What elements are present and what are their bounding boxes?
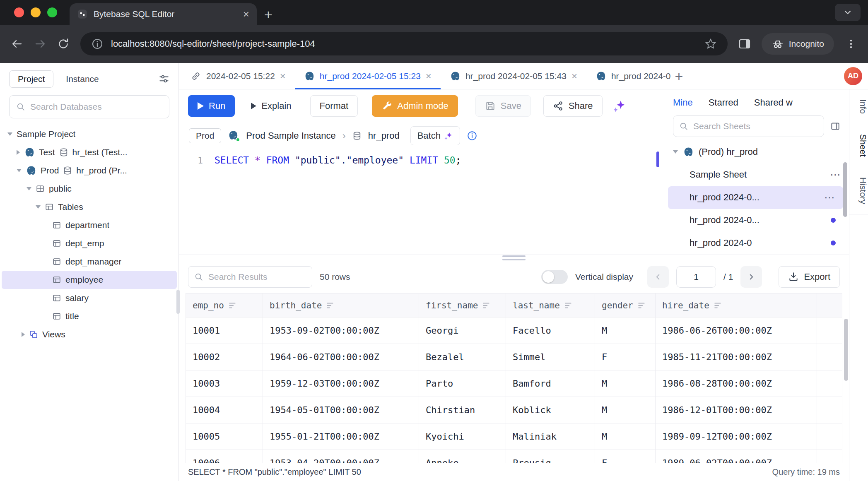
sheets-search[interactable] xyxy=(673,115,824,137)
column-header[interactable]: hire_date xyxy=(656,293,817,317)
tree-item-prod-db[interactable]: Prod hr_prod (Pr... xyxy=(0,161,178,180)
reload-icon[interactable] xyxy=(57,38,70,50)
sheet-item-selected[interactable]: hr_prod 2024-0... ⋯ xyxy=(668,186,843,209)
tree-item-table-dept-emp[interactable]: dept_emp xyxy=(0,234,178,253)
sheet-item-sample[interactable]: Sample Sheet ⋯ xyxy=(662,164,849,186)
tree-item-table-dept-manager[interactable]: dept_manager xyxy=(0,253,178,271)
sheet-tab-adhoc[interactable]: 2024-02-05 15:22 × xyxy=(181,63,295,89)
horizontal-splitter[interactable] xyxy=(179,255,849,261)
editor-scrollbar-thumb[interactable] xyxy=(656,152,659,167)
sheet-group-prod-hr-prod[interactable]: (Prod) hr_prod xyxy=(662,141,849,164)
results-search-input[interactable] xyxy=(208,272,306,282)
run-button[interactable]: Run xyxy=(188,95,235,117)
environment-chip[interactable]: Prod xyxy=(189,128,221,143)
admin-mode-button[interactable]: Admin mode xyxy=(372,95,458,117)
close-window-button[interactable] xyxy=(14,7,24,17)
explain-button[interactable]: Explain xyxy=(241,95,301,117)
caret-right-icon[interactable] xyxy=(22,332,25,337)
tree-item-tables-group[interactable]: Tables xyxy=(0,198,178,216)
more-actions-icon[interactable]: ⋯ xyxy=(830,168,841,181)
results-search[interactable] xyxy=(188,266,312,288)
tree-item-table-employee[interactable]: employee xyxy=(2,271,177,289)
prev-page-button[interactable] xyxy=(647,266,669,288)
new-tab-button[interactable]: + xyxy=(264,7,272,22)
batch-button[interactable]: Batch xyxy=(410,126,460,145)
sheets-scrollbar-thumb[interactable] xyxy=(843,162,847,217)
database-search-input[interactable] xyxy=(30,102,162,112)
ai-sparkle-icon[interactable] xyxy=(612,99,627,113)
column-header[interactable]: last_name xyxy=(506,293,595,317)
back-icon[interactable] xyxy=(11,38,23,50)
vertical-display-toggle[interactable] xyxy=(541,270,568,284)
results-scrollbar-thumb[interactable] xyxy=(844,319,848,381)
user-avatar[interactable]: AD xyxy=(844,67,862,85)
table-row[interactable]: 100041954-05-01T00:00:00ZChirstianKoblic… xyxy=(186,397,842,423)
browser-menu-icon[interactable] xyxy=(845,38,857,50)
column-header[interactable]: emp_no xyxy=(186,293,263,317)
tree-item-test-db[interactable]: Test hr_test (Test... xyxy=(0,143,178,161)
sidebar-resize-handle[interactable] xyxy=(176,290,180,314)
column-header[interactable]: birth_date xyxy=(263,293,419,317)
tree-item-table-salary[interactable]: salary xyxy=(0,289,178,307)
new-sheet-button[interactable]: + xyxy=(675,69,683,83)
tree-item-table-title[interactable]: title xyxy=(0,307,178,325)
tree-item-views-group[interactable]: Views xyxy=(0,325,178,344)
sheet-item[interactable]: hr_prod 2024-0... xyxy=(662,209,849,232)
share-button[interactable]: Share xyxy=(543,95,603,117)
tab-info[interactable]: Info xyxy=(849,89,868,124)
tree-item-schema-public[interactable]: public xyxy=(0,180,178,198)
tab-search-chevron[interactable] xyxy=(835,4,861,21)
tab-instance[interactable]: Instance xyxy=(66,74,99,84)
format-button[interactable]: Format xyxy=(310,95,358,117)
tab-starred[interactable]: Starred xyxy=(709,97,738,108)
tab-shared[interactable]: Shared w xyxy=(754,97,793,108)
caret-right-icon[interactable] xyxy=(17,150,20,155)
caret-down-icon[interactable] xyxy=(673,150,678,154)
table-row[interactable]: 100061953-04-20T00:00:00ZAnnekePreusigF1… xyxy=(186,450,842,463)
column-header[interactable]: gender xyxy=(595,293,656,317)
tree-item-table-department[interactable]: department xyxy=(0,216,178,234)
caret-down-icon[interactable] xyxy=(7,132,12,136)
next-page-button[interactable] xyxy=(740,266,762,288)
tree-item-project[interactable]: Sample Project xyxy=(0,125,178,143)
sheet-tab[interactable]: hr_prod 2024-02-05 15:43 × xyxy=(441,63,586,89)
browser-tab[interactable]: Bytebase SQL Editor × xyxy=(70,3,257,25)
table-row[interactable]: 100031959-12-03T00:00:00ZPartoBamfordM19… xyxy=(186,370,842,397)
more-actions-icon[interactable]: ⋯ xyxy=(824,191,836,204)
collapse-panel-icon[interactable] xyxy=(830,121,841,132)
close-icon[interactable]: × xyxy=(426,70,432,82)
table-row[interactable]: 100011953-09-02T00:00:00ZGeorgiFacelloM1… xyxy=(186,317,842,344)
forward-icon[interactable] xyxy=(34,38,46,50)
column-header[interactable]: first_name xyxy=(419,293,506,317)
sql-editor[interactable]: 1 SELECT * FROM "public"."employee" LIMI… xyxy=(179,149,662,255)
save-button[interactable]: Save xyxy=(475,95,531,117)
site-info-icon[interactable] xyxy=(91,38,104,50)
close-icon[interactable]: × xyxy=(280,70,286,82)
sheets-search-input[interactable] xyxy=(693,121,818,131)
minimize-window-button[interactable] xyxy=(31,7,41,17)
export-button[interactable]: Export xyxy=(779,266,840,288)
side-panel-icon[interactable] xyxy=(738,38,751,50)
tab-history[interactable]: History xyxy=(849,167,868,214)
database-search[interactable] xyxy=(9,95,169,118)
instance-name[interactable]: Prod Sample Instance xyxy=(246,130,335,141)
caret-down-icon[interactable] xyxy=(17,169,22,172)
sheet-tab-active[interactable]: hr_prod 2024-02-05 15:23 × xyxy=(295,63,441,89)
bookmark-star-icon[interactable] xyxy=(704,38,717,50)
table-row[interactable]: 100021964-06-02T00:00:00ZBezalelSimmelF1… xyxy=(186,344,842,370)
page-number-input[interactable] xyxy=(676,266,716,288)
tab-mine[interactable]: Mine xyxy=(673,97,693,108)
splitter-grab-handle[interactable] xyxy=(502,255,526,260)
database-name[interactable]: hr_prod xyxy=(368,130,400,141)
sheet-item[interactable]: hr_prod 2024-0 xyxy=(662,232,849,255)
close-icon[interactable]: × xyxy=(571,70,577,82)
caret-down-icon[interactable] xyxy=(36,205,41,209)
table-row[interactable]: 100051955-01-21T00:00:00ZKyoichiMaliniak… xyxy=(186,423,842,450)
sheet-tab-truncated[interactable]: hr_prod 2024-0 xyxy=(586,63,671,89)
close-tab-icon[interactable]: × xyxy=(243,9,249,19)
tab-sheet[interactable]: Sheet xyxy=(849,124,868,167)
zoom-window-button[interactable] xyxy=(47,7,57,17)
sql-code-line[interactable]: SELECT * FROM "public"."employee" LIMIT … xyxy=(215,149,461,255)
filter-settings-icon[interactable] xyxy=(159,74,169,84)
caret-down-icon[interactable] xyxy=(27,187,31,190)
